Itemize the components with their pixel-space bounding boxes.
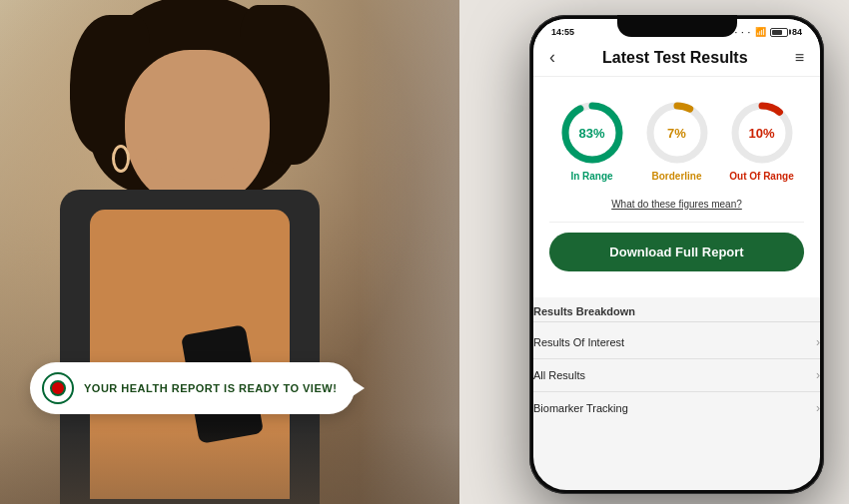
breakdown-divider: [533, 321, 820, 322]
phone-mockup: 14:55 · · · · 📶 84 ‹ Latest Test Results…: [529, 15, 824, 494]
chart-in-range-label: In Range: [570, 171, 612, 182]
phone-screen: 14:55 · · · · 📶 84 ‹ Latest Test Results…: [533, 19, 820, 490]
figures-link[interactable]: What do these figures mean?: [611, 199, 742, 210]
breakdown-item-results-of-interest[interactable]: Results Of Interest ›: [533, 326, 820, 359]
page-title: Latest Test Results: [602, 49, 748, 67]
chevron-icon-3: ›: [816, 401, 820, 415]
app-header: ‹ Latest Test Results ≡: [533, 41, 820, 77]
status-right: · · · · 📶 84: [728, 27, 802, 37]
battery-icon: [770, 28, 788, 37]
back-button[interactable]: ‹: [549, 47, 555, 68]
chart-borderline-label: Borderline: [651, 171, 701, 182]
chart-out-of-range-label: Out Of Range: [729, 171, 793, 182]
chevron-icon-1: ›: [816, 335, 820, 349]
chart-borderline: 7% Borderline: [643, 99, 711, 182]
battery-percent: 84: [792, 27, 802, 37]
donut-borderline: 7%: [643, 99, 711, 167]
notification-badge: YOUR HEALTH REPORT IS READY TO VIEW!: [30, 362, 355, 414]
earring: [112, 145, 130, 173]
chevron-icon-2: ›: [816, 368, 820, 382]
breakdown-item-all-results[interactable]: All Results ›: [533, 359, 820, 392]
breakdown-item-label-1: Results Of Interest: [533, 336, 624, 348]
phone-notch: [617, 15, 737, 37]
chart-out-of-range: 10% Out Of Range: [728, 99, 796, 182]
download-button[interactable]: Download Full Report: [549, 233, 804, 271]
chart-borderline-value: 7%: [667, 126, 686, 141]
status-time: 14:55: [551, 27, 574, 37]
app-content: 83% In Range 7% Borderline: [533, 77, 820, 297]
breakdown-item-label-2: All Results: [533, 369, 585, 381]
face-shape: [125, 50, 270, 210]
menu-icon[interactable]: ≡: [795, 49, 804, 67]
battery-fill: [772, 30, 783, 35]
notification-icon: [42, 372, 74, 404]
record-icon: [50, 380, 66, 396]
chart-in-range: 83% In Range: [558, 99, 626, 182]
donut-in-range: 83%: [558, 99, 626, 167]
figures-link-container: What do these figures mean?: [549, 188, 804, 223]
results-breakdown: Results Breakdown Results Of Interest › …: [533, 297, 820, 432]
notification-text: YOUR HEALTH REPORT IS READY TO VIEW!: [84, 382, 337, 394]
chart-in-range-value: 83%: [578, 126, 604, 141]
breakdown-item-label-3: Biomarker Tracking: [533, 402, 628, 414]
breakdown-title: Results Breakdown: [533, 305, 820, 317]
breakdown-item-biomarker-tracking[interactable]: Biomarker Tracking ›: [533, 392, 820, 424]
charts-row: 83% In Range 7% Borderline: [549, 89, 804, 188]
donut-out-of-range: 10%: [728, 99, 796, 167]
wifi-icon: 📶: [755, 27, 766, 37]
chart-out-of-range-value: 10%: [748, 126, 774, 141]
background-photo: [0, 0, 459, 504]
